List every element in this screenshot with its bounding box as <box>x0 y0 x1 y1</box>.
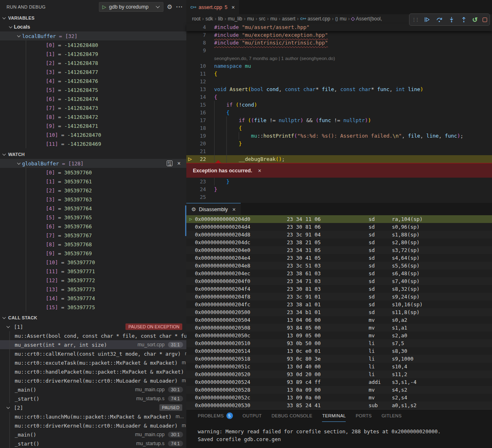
watch-row[interactable]: [2] = 305397762 <box>0 186 186 195</box>
watch-row[interactable]: [15] = 305397775 <box>0 303 186 312</box>
breadcrumb-item[interactable]: Assert(bool, <box>351 16 382 22</box>
code-line[interactable]: 15 if (!cond) <box>186 101 492 109</box>
disasm-row[interactable]: 0x000000000002051c13 0d 40 00lis10,4 <box>186 363 492 370</box>
code-line[interactable]: 23 } <box>186 178 492 185</box>
code-line[interactable]: seonghyeon.do, 7 months ago | 1 author (… <box>186 54 492 62</box>
stack-frame[interactable]: mu::crt0::driverKernel(mu::crt0::MuLoade… <box>0 421 186 430</box>
breadcrumb-item[interactable]: sdk <box>206 16 213 22</box>
terminal-output[interactable]: warning: Memory read failed for corefile… <box>186 422 492 443</box>
code-line[interactable]: 11{ <box>186 70 492 78</box>
restart-icon[interactable]: ↺ <box>472 16 478 24</box>
disasm-row[interactable]: 0x00000000000204e823 3c 51 03sds5,56(sp) <box>186 262 492 270</box>
watch-row[interactable]: [7] = 305397767 <box>0 231 186 240</box>
code-line[interactable]: 16 { <box>186 109 492 116</box>
stack-frame[interactable]: mu::Assert(bool cond, const char * file,… <box>0 331 186 340</box>
global-buffer-row[interactable]: globalBuffer = [128] 0110 × <box>0 159 186 168</box>
disasm-row[interactable]: 0x000000000002050893 84 05 00mvs1,a1 <box>186 324 492 332</box>
disasm-row[interactable]: 0x000000000002051413 0c e0 01lis8,30 <box>186 347 492 355</box>
breadcrumb-item[interactable]: assert <box>282 16 295 22</box>
panel-tab-output[interactable]: OUTPUT <box>243 410 262 422</box>
code-line[interactable]: 14{ <box>186 93 492 101</box>
watch-row[interactable]: [13] = 305397773 <box>0 285 186 294</box>
code-line[interactable]: 24} <box>186 185 492 193</box>
breadcrumb-item[interactable]: root <box>192 16 201 22</box>
local-buffer-row[interactable]: localBuffer = [32] <box>0 31 186 40</box>
variable-row[interactable]: [0] = -1412628480 <box>0 40 186 49</box>
step-out-button[interactable] <box>460 16 467 23</box>
code-line[interactable]: 17 if ((file != nullptr) && (func != nul… <box>186 116 492 124</box>
tab-disassembly[interactable]: ⚙ Disassembly × <box>186 203 241 215</box>
thread-row[interactable]: [1]PAUSED ON EXCEPTION <box>0 322 186 331</box>
disasm-row[interactable]: 0x000000000002052493 89 c4 ffaddis3,s1,-… <box>186 378 492 386</box>
stack-frame[interactable]: _main()mu_main.cpp30:1 <box>0 385 186 394</box>
variable-row[interactable]: [1] = -1412628479 <box>0 49 186 58</box>
panel-tab-gitlens[interactable]: GITLENS <box>382 410 402 422</box>
disasm-row[interactable]: 0x00000000000204f023 34 71 03sds7,40(sp) <box>186 277 492 285</box>
close-icon[interactable]: × <box>233 206 236 213</box>
stack-frame[interactable]: mu::crt0::driverKernel(mu::crt0::MuLoade… <box>0 376 186 385</box>
variable-row[interactable]: [6] = -1412628474 <box>0 94 186 103</box>
code-line[interactable]: 12 <box>186 78 492 85</box>
code-line[interactable]: 21 <box>186 147 492 155</box>
watch-row[interactable]: [4] = 305397764 <box>0 204 186 213</box>
thread-row[interactable]: [2]PAUSED <box>0 403 186 412</box>
variable-row[interactable]: [4] = -1412628476 <box>0 76 186 85</box>
stack-frame[interactable]: mu::crt0::handlePacket(mu::packet::MxPac… <box>0 367 186 376</box>
gear-icon[interactable]: ⚙ <box>167 4 172 10</box>
watch-row[interactable]: [9] = 305397769 <box>0 249 186 258</box>
close-icon[interactable]: × <box>231 4 235 11</box>
code-line[interactable]: 18 { <box>186 124 492 132</box>
variable-row[interactable]: [5] = -1412628475 <box>0 85 186 94</box>
panel-tab-problems[interactable]: PROBLEMS5 <box>198 410 233 422</box>
disasm-row[interactable]: 0x000000000002052813 0a 09 00mvs4,s2 <box>186 386 492 394</box>
disasm-row[interactable]: 0x000000000002051093 0b 50 00lis7,5 <box>186 339 492 347</box>
watch-row[interactable]: [10] = 305397770 <box>0 258 186 267</box>
continue-button[interactable] <box>423 16 431 23</box>
watch-row[interactable]: [8] = 305397768 <box>0 240 186 249</box>
watch-row[interactable]: [1] = 305397761 <box>0 177 186 186</box>
step-into-button[interactable] <box>448 16 455 23</box>
variable-row[interactable]: [9] = -1412628471 <box>0 121 186 130</box>
disasm-row[interactable]: 0x000000000002050413 04 06 00mvs0,a2 <box>186 316 492 324</box>
stack-frame[interactable]: mu::crt0::excuteTask(mu::packet::MxPacke… <box>0 358 186 367</box>
locals-scope-row[interactable]: Locals <box>0 22 186 31</box>
breadcrumb-item[interactable]: src <box>259 16 265 22</box>
variables-section-header[interactable]: VARIABLES <box>0 13 186 22</box>
disasm-row[interactable]: 0x000000000002051893 0c 80 3elis9,1000 <box>186 355 492 363</box>
disasm-row[interactable]: 0x00000000000204e023 34 31 05sds3,72(sp) <box>186 246 492 254</box>
code-line[interactable]: 19 mu::hostPrintf("%s:%d: %s(): Assertio… <box>186 132 492 140</box>
code-line[interactable]: 25 <box>186 193 492 201</box>
panel-tab-ports[interactable]: PORTS <box>356 410 371 422</box>
variable-row[interactable]: [8] = -1412628472 <box>0 112 186 121</box>
stack-frame[interactable]: mu::crt0::launchMu(mu::packet::MxPacket … <box>0 412 186 421</box>
stack-frame[interactable]: mu_assert(int * arr, int size)mu_sort.cp… <box>0 340 186 349</box>
breadcrumb-item[interactable]: {}mu <box>335 16 347 22</box>
disasm-row[interactable]: 0x00000000000204d423 30 81 06sds0,96(sp) <box>186 223 492 231</box>
code-line[interactable]: ▷22 __debugBreak(); <box>186 155 492 163</box>
variable-row[interactable]: [11] = -1412628469 <box>0 139 186 148</box>
disasm-row[interactable]: 0x000000000002052c13 09 0a 00mvs2,s4 <box>186 394 492 401</box>
disasm-row[interactable]: 0x000000000002052093 0d 20 00lis11,2 <box>186 370 492 378</box>
variable-row[interactable]: [10] = -1412628470 <box>0 130 186 139</box>
code-line[interactable]: 10namespace mu <box>186 62 492 70</box>
stack-frame[interactable]: _main()mu_main.cpp30:1 <box>0 430 186 439</box>
tab-assert-cpp[interactable]: C++ assert.cpp 5 × <box>186 0 239 14</box>
panel-tab-debug-console[interactable]: DEBUG CONSOLE <box>272 410 313 422</box>
stack-frame[interactable]: _start()mu_startup.s74:1 <box>0 394 186 403</box>
remove-watch-icon[interactable]: × <box>177 160 181 166</box>
breadcrumb-item[interactable]: lib <box>218 16 223 22</box>
variable-row[interactable]: [2] = -1412628478 <box>0 58 186 67</box>
code-line[interactable]: 20 } <box>186 140 492 147</box>
breadcrumb-item[interactable]: mu <box>247 16 254 22</box>
disasm-row[interactable]: 0x00000000000204f823 3c 91 01sds9,24(sp) <box>186 293 492 301</box>
watch-row[interactable]: [3] = 305397763 <box>0 195 186 204</box>
variable-row[interactable]: [7] = -1412628473 <box>0 103 186 112</box>
more-actions-icon[interactable]: ··· <box>176 4 183 10</box>
callstack-section-header[interactable]: CALL STACK <box>0 313 186 322</box>
watch-row[interactable]: [0] = 305397760 <box>0 168 186 177</box>
start-debug-icon[interactable]: ▷ <box>103 4 106 9</box>
disasm-row[interactable]: 0x000000000002050c13 09 05 00mvs2,a0 <box>186 332 492 339</box>
code-line[interactable]: 8#include "mu/intrinsic/intrinsic.hpp" <box>186 39 492 47</box>
disasm-row[interactable]: 0x00000000000204e423 30 41 05sds4,64(sp) <box>186 254 492 262</box>
step-over-button[interactable] <box>436 16 443 23</box>
